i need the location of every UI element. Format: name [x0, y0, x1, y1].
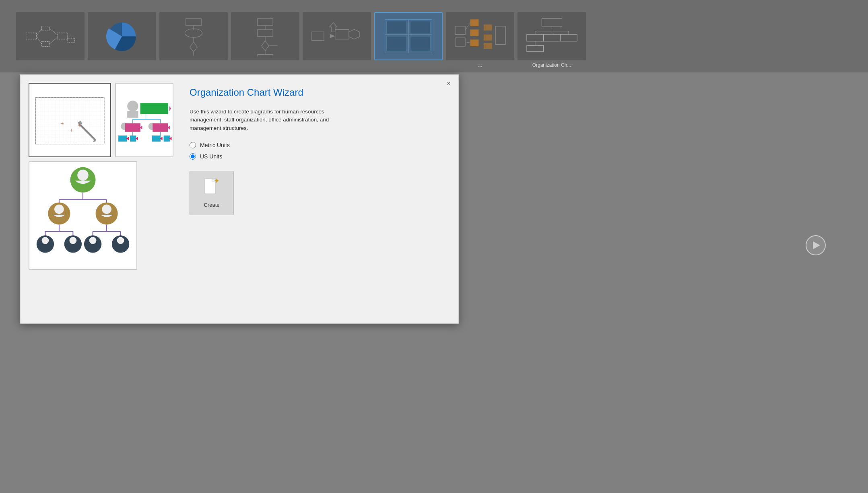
svg-rect-54 [527, 35, 544, 41]
svg-marker-21 [262, 41, 269, 51]
svg-rect-69 [127, 111, 138, 118]
svg-rect-86 [130, 136, 136, 142]
next-play-button[interactable] [806, 235, 826, 255]
create-button[interactable]: ✦ Create [190, 171, 234, 215]
bg-thumb-5[interactable] [303, 12, 371, 60]
bg-thumb-3[interactable] [159, 12, 228, 60]
svg-point-99 [54, 204, 64, 214]
create-button-label: Create [204, 202, 219, 208]
svg-point-113 [70, 237, 77, 244]
svg-text:+: + [70, 127, 73, 133]
us-units-radio[interactable] [190, 153, 196, 160]
svg-marker-15 [190, 42, 197, 52]
svg-rect-44 [483, 43, 492, 49]
svg-point-13 [185, 29, 202, 38]
svg-point-117 [117, 237, 124, 244]
svg-text:✦: ✦ [214, 178, 219, 185]
template-thumbnails-panel: + + + [29, 83, 173, 315]
us-units-label: US Units [200, 153, 222, 160]
svg-rect-1 [41, 26, 49, 31]
svg-rect-90 [164, 136, 170, 142]
bg-label-8: Organization Ch... [518, 62, 586, 68]
svg-line-7 [49, 28, 57, 35]
svg-rect-60 [35, 97, 104, 144]
org-chart-wizard-dialog: × [20, 74, 459, 324]
svg-text:+: + [78, 122, 81, 128]
svg-rect-39 [470, 19, 478, 26]
svg-rect-37 [455, 26, 465, 35]
svg-rect-17 [258, 18, 273, 25]
bg-thumb-6[interactable] [374, 12, 443, 60]
svg-rect-38 [455, 38, 465, 46]
svg-rect-11 [186, 18, 201, 25]
svg-rect-55 [543, 35, 560, 41]
svg-point-101 [102, 204, 111, 214]
svg-rect-84 [118, 136, 127, 142]
bg-label-6 [374, 62, 443, 68]
bg-thumb-4[interactable] [231, 12, 299, 60]
svg-rect-34 [410, 21, 430, 34]
svg-point-93 [77, 170, 89, 181]
svg-rect-19 [258, 30, 273, 37]
svg-point-115 [89, 237, 97, 244]
bg-thumb-1[interactable] [16, 12, 85, 60]
wizard-description: Use this wizard to create diagrams for h… [190, 108, 359, 132]
svg-rect-42 [483, 25, 492, 31]
svg-rect-43 [483, 35, 492, 41]
svg-marker-27 [330, 22, 337, 31]
bg-label-5 [303, 62, 371, 68]
units-radio-group: Metric Units US Units [190, 142, 442, 160]
template-thumb-colorful[interactable] [115, 83, 173, 157]
us-units-option[interactable]: US Units [190, 153, 442, 160]
dialog-body: + + + [21, 75, 458, 323]
svg-rect-45 [495, 26, 505, 45]
svg-rect-36 [410, 36, 430, 51]
svg-rect-2 [41, 41, 49, 46]
metric-units-option[interactable]: Metric Units [190, 142, 442, 148]
svg-rect-35 [387, 36, 407, 51]
svg-rect-0 [26, 33, 37, 39]
svg-rect-33 [387, 21, 407, 34]
svg-rect-56 [560, 35, 577, 41]
wizard-title: Organization Chart Wizard [190, 87, 442, 98]
svg-line-46 [465, 23, 470, 30]
thumb-row-top: + + + [29, 83, 173, 157]
svg-rect-80 [153, 123, 168, 131]
play-icon [813, 241, 820, 249]
close-button[interactable]: × [444, 79, 454, 88]
svg-rect-40 [470, 29, 478, 36]
template-thumb-avatar[interactable] [29, 161, 137, 270]
bg-label-1 [16, 62, 85, 68]
svg-marker-26 [324, 34, 335, 38]
svg-marker-29 [349, 29, 359, 39]
bg-thumb-2[interactable] [88, 12, 156, 60]
bg-label-2 [88, 62, 156, 68]
svg-rect-58 [527, 45, 544, 51]
svg-line-5 [36, 28, 41, 36]
svg-point-68 [127, 101, 138, 111]
create-file-icon: ✦ [204, 178, 219, 199]
bg-thumb-8[interactable] [518, 12, 586, 60]
svg-rect-41 [470, 39, 478, 46]
background-strip [0, 0, 868, 72]
svg-line-47 [465, 42, 470, 43]
svg-text:+: + [60, 120, 64, 127]
bg-label-7: ... [446, 62, 514, 68]
bg-label-4 [231, 62, 299, 68]
svg-rect-3 [57, 33, 68, 39]
wizard-info-panel: Organization Chart Wizard Use this wizar… [181, 83, 450, 315]
bg-thumb-7[interactable] [446, 12, 514, 60]
svg-rect-77 [125, 123, 140, 131]
metric-units-radio[interactable] [190, 142, 196, 148]
svg-rect-28 [335, 29, 349, 39]
svg-rect-25 [312, 32, 324, 41]
svg-rect-4 [68, 38, 74, 42]
bg-strip-labels: ... Organization Ch... [0, 62, 868, 68]
svg-rect-48 [542, 19, 562, 26]
bg-label-3 [159, 62, 228, 68]
svg-line-6 [36, 36, 41, 44]
svg-point-111 [42, 237, 49, 244]
svg-line-8 [49, 37, 57, 44]
template-thumb-grid[interactable]: + + + [29, 83, 111, 157]
svg-rect-70 [140, 103, 168, 114]
